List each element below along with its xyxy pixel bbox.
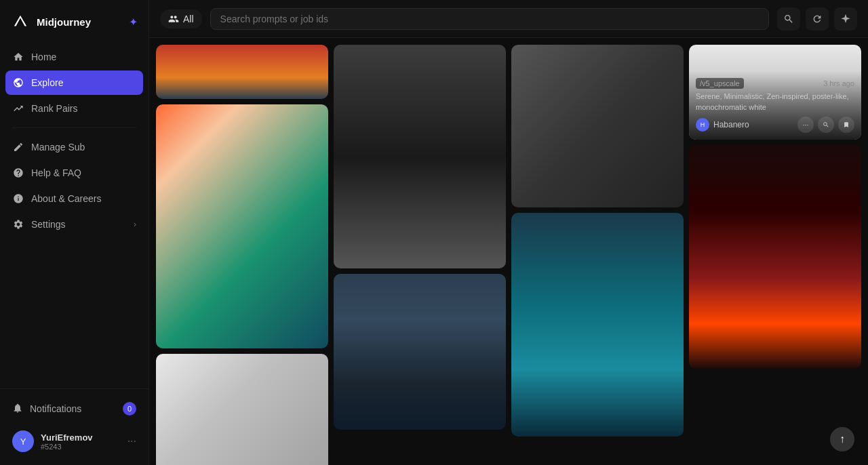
card-meta-row: /v5_upscale 3 hrs ago <box>696 78 854 89</box>
card-search-btn[interactable] <box>818 117 834 133</box>
gallery-item-astronaut[interactable] <box>334 274 506 430</box>
manage-icon <box>12 141 24 153</box>
main-content: All <box>149 0 868 465</box>
search-icon <box>783 14 794 24</box>
logo-icon <box>11 12 30 31</box>
sparkle-button[interactable] <box>834 7 857 31</box>
explore-icon <box>12 77 24 89</box>
sidebar: Midjourney ✦ Home Explore <box>0 0 149 465</box>
card-prompt: Serene, Minimalistic, Zen-inspired, post… <box>696 92 854 113</box>
sidebar-label-home: Home <box>31 52 56 62</box>
gallery-item-floating-island[interactable]: /v5_upscale 3 hrs ago Serene, Minimalist… <box>689 45 861 140</box>
users-icon <box>168 14 179 24</box>
notifications-badge: 0 <box>123 402 136 416</box>
gallery-image-top-strip <box>156 45 328 99</box>
gallery-image-statue <box>156 354 328 465</box>
app-name: Midjourney <box>37 16 91 28</box>
masonry-grid: /v5_upscale 3 hrs ago Serene, Minimalist… <box>156 45 861 465</box>
user-more-icon[interactable]: ··· <box>127 435 136 447</box>
search-button[interactable] <box>777 7 800 31</box>
gallery-column-4: /v5_upscale 3 hrs ago Serene, Minimalist… <box>689 45 861 465</box>
gallery-column-1 <box>156 45 328 465</box>
gallery-image-stone-face <box>511 45 684 207</box>
sidebar-bottom: Notifications 0 Y YuriEfremov #5243 ··· <box>0 388 149 465</box>
user-info: YuriEfremov #5243 <box>41 432 121 451</box>
sidebar-label-settings: Settings <box>31 219 66 230</box>
sidebar-item-home[interactable]: Home <box>5 45 143 69</box>
notifications-item[interactable]: Notifications 0 <box>5 396 143 422</box>
gallery-item-robot[interactable] <box>511 213 684 437</box>
logo-area: Midjourney ✦ <box>0 0 149 41</box>
sidebar-item-manage-sub[interactable]: Manage Sub <box>5 135 143 159</box>
gallery-image-triangle <box>689 145 861 369</box>
sidebar-label-about: About & Careers <box>31 193 102 204</box>
rank-icon <box>12 102 24 115</box>
gallery-item-fantasy[interactable] <box>156 104 328 348</box>
avatar: Y <box>12 430 34 452</box>
all-tab[interactable]: All <box>160 9 202 28</box>
gallery-image-fantasy <box>156 104 328 348</box>
refresh-button[interactable] <box>806 7 829 31</box>
card-more-btn[interactable]: ··· <box>797 117 814 133</box>
about-icon <box>12 193 24 205</box>
sidebar-nav: Home Explore Rank Pairs <box>0 41 149 388</box>
sidebar-item-settings[interactable]: Settings › <box>5 212 143 237</box>
card-username: Habanero <box>713 120 749 129</box>
nav-divider-1 <box>12 127 136 128</box>
sidebar-item-help-faq[interactable]: Help & FAQ <box>5 161 143 185</box>
card-overlay: /v5_upscale 3 hrs ago Serene, Minimalist… <box>689 71 861 140</box>
user-name: YuriEfremov <box>41 432 121 443</box>
home-icon <box>12 51 24 63</box>
gallery-item-statue[interactable] <box>156 354 328 465</box>
app-status-icon: ✦ <box>129 16 138 28</box>
bell-icon <box>12 403 23 416</box>
gallery: /v5_upscale 3 hrs ago Serene, Minimalist… <box>149 38 868 465</box>
gallery-image-astronaut <box>334 274 506 430</box>
gallery-item-stone-face[interactable] <box>511 45 684 207</box>
notifications-label: Notifications <box>30 403 81 414</box>
gallery-image-ghost <box>334 45 506 268</box>
refresh-icon <box>812 14 823 24</box>
scroll-top-button[interactable]: ↑ <box>830 427 854 451</box>
user-profile-row[interactable]: Y YuriEfremov #5243 ··· <box>5 424 143 458</box>
gallery-item-top-strip[interactable] <box>156 45 328 99</box>
sidebar-item-explore[interactable]: Explore <box>5 70 143 95</box>
sidebar-label-rank: Rank Pairs <box>31 103 77 114</box>
card-command: /v5_upscale <box>696 78 744 89</box>
gallery-item-triangle[interactable] <box>689 145 861 369</box>
gallery-image-robot <box>511 213 684 437</box>
all-tab-label: All <box>183 14 194 24</box>
card-avatar: H <box>696 118 709 132</box>
header: All <box>149 0 868 38</box>
gallery-item-ghost[interactable] <box>334 45 506 268</box>
search-input[interactable] <box>210 8 769 30</box>
card-time: 3 hrs ago <box>823 79 854 87</box>
scroll-top-icon: ↑ <box>840 433 845 445</box>
settings-arrow-icon: › <box>134 220 136 229</box>
card-user-row: H Habanero ··· <box>696 117 854 133</box>
sidebar-label-explore: Explore <box>31 77 63 88</box>
card-save-btn[interactable] <box>838 117 854 133</box>
card-user: H Habanero <box>696 118 749 132</box>
sidebar-item-about-careers[interactable]: About & Careers <box>5 186 143 211</box>
sidebar-label-manage: Manage Sub <box>31 142 85 153</box>
help-icon <box>12 167 24 179</box>
sparkle-icon <box>840 14 851 24</box>
header-icons <box>777 7 857 31</box>
sidebar-item-rank-pairs[interactable]: Rank Pairs <box>5 96 143 121</box>
settings-icon <box>12 218 24 230</box>
gallery-column-2 <box>334 45 506 465</box>
sidebar-label-help: Help & FAQ <box>31 167 81 178</box>
gallery-column-3 <box>511 45 684 465</box>
card-actions: ··· <box>797 117 854 133</box>
user-tag: #5243 <box>41 443 121 451</box>
